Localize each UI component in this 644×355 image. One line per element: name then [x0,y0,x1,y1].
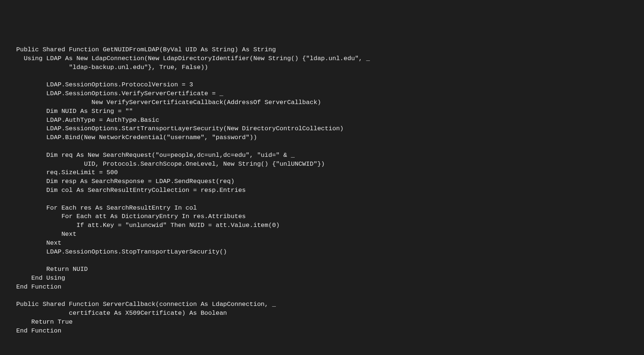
code-line: For Each res As SearchResultEntry In col [16,204,197,211]
code-line: LDAP.SessionOptions.ProtocolVersion = 3 [16,81,193,88]
code-line: Public Shared Function ServerCallback(co… [16,301,276,308]
code-line: End Using [16,275,65,282]
code-line: If att.Key = "unluncwid" Then NUID = att… [16,222,280,229]
code-line: Next [16,239,61,247]
code-line: Dim NUID As String = "" [16,108,133,115]
code-line: Public Shared Function GetNUIDFromLDAP(B… [16,46,276,53]
code-line: LDAP.SessionOptions.VerifyServerCertific… [16,90,223,97]
code-line: Dim col As SearchResultEntryCollection =… [16,187,246,194]
code-line: Using LDAP As New LdapConnection(New Lda… [16,55,370,62]
code-line: "ldap-backup.unl.edu"}, True, False)) [16,64,208,71]
code-line: End Function [16,327,61,334]
code-line: Dim req As New SearchRequest("ou=people,… [16,152,295,159]
code-line: certificate As X509Certificate) As Boole… [16,310,227,317]
code-block: Public Shared Function GetNUIDFromLDAP(B… [16,45,628,335]
code-line: LDAP.Bind(New NetworkCredential("usernam… [16,134,257,141]
code-line: Return NUID [16,266,88,273]
code-line: UID, Protocols.SearchScope.OneLevel, New… [16,161,325,168]
code-line: For Each att As DictionaryEntry In res.A… [16,213,246,220]
code-line: Return True [16,318,73,325]
code-line: LDAP.AuthType = AuthType.Basic [16,117,159,124]
code-line: LDAP.SessionOptions.StopTransportLayerSe… [16,248,227,255]
code-line: Dim resp As SearchResponse = LDAP.SendRe… [16,178,235,185]
code-line: LDAP.SessionOptions.StartTransportLayerS… [16,125,344,132]
code-line: req.SizeLimit = 500 [16,169,118,176]
code-line: New VerifyServerCertificateCallback(Addr… [16,99,321,106]
code-line: End Function [16,283,61,290]
code-line: Next [16,231,76,238]
